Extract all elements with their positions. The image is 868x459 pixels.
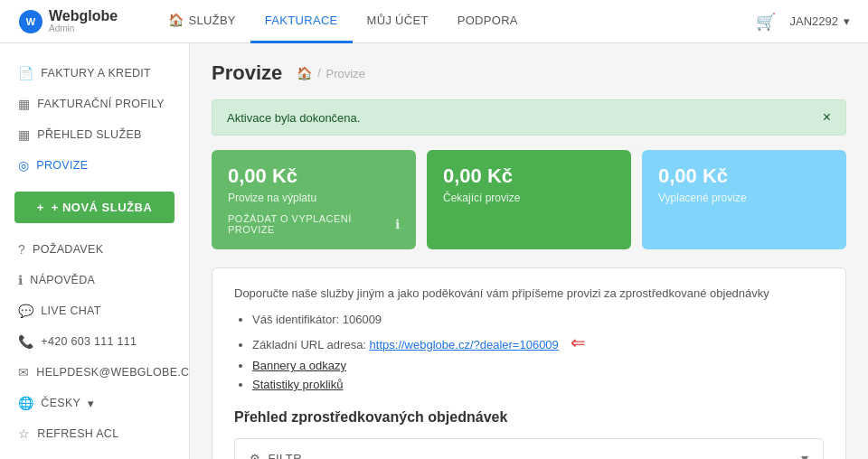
username: JAN2292 [790, 14, 838, 28]
stat-label-vyplatu: Provize na výplatu [228, 192, 400, 204]
globe-icon: 🌐 [18, 396, 33, 410]
stat-label-vyplacene: Vyplacené provize [658, 192, 830, 204]
breadcrumb-current: Provize [326, 67, 365, 80]
nav-fakturace[interactable]: FAKTURACE [250, 0, 353, 43]
breadcrumb: Provize 🏠 / Provize [212, 61, 846, 85]
dealer-url-link[interactable]: https://webglobe.cz/?dealer=106009 [370, 338, 559, 351]
breadcrumb-separator: / [317, 67, 320, 80]
stat-amount-cekajici: 0,00 Kč [443, 164, 615, 188]
star-icon: ☆ [18, 426, 30, 441]
request-payout-link[interactable]: POŽÁDAT O VYPLACENÍ PROVIZE [228, 213, 395, 235]
faktury-icon: 📄 [18, 66, 33, 80]
stat-footer-vyplatu: POŽÁDAT O VYPLACENÍ PROVIZE ℹ [228, 213, 400, 235]
sidebar-item-prehled-sluzeb[interactable]: ▦ PŘEHLED SLUŽEB [0, 119, 189, 150]
sidebar-item-provize[interactable]: ◎ PROVIZE [0, 150, 189, 181]
filter-chevron-icon: ▾ [801, 450, 808, 459]
svg-text:W: W [26, 16, 36, 27]
stat-amount-vyplatu: 0,00 Kč [228, 164, 400, 188]
home-icon: 🏠 [168, 13, 184, 27]
header-right: 🛒 JAN2292 ▾ [756, 12, 850, 32]
stat-vyplacene-provize: 0,00 Kč Vyplacené provize [642, 150, 846, 249]
list-item-statistiky: Statistiky prokliků [252, 378, 824, 391]
user-menu[interactable]: JAN2292 ▾ [790, 14, 850, 28]
breadcrumb-home-icon: 🏠 [297, 66, 312, 80]
statistiky-link[interactable]: Statistiky prokliků [252, 378, 343, 391]
filter-label: ⚙ FILTR [250, 452, 302, 459]
list-item-url: Základní URL adresa: https://webglobe.cz… [252, 332, 824, 353]
chevron-down-icon: ▾ [844, 14, 850, 28]
sidebar-item-pozadavek[interactable]: ? POŽADAVEK [0, 234, 189, 265]
nav-sluzby[interactable]: 🏠 SLUŽBY [154, 0, 250, 43]
main-content: Provize 🏠 / Provize Aktivace byla dokonč… [190, 43, 868, 459]
main-nav: 🏠 SLUŽBY FAKTURACE MŮJ ÚČET PODPORA [154, 0, 755, 43]
list-item-bannery: Bannery a odkazy [252, 359, 824, 372]
identifier-label: Váš identifikátor: 106009 [252, 313, 382, 326]
sidebar-item-refresh-acl[interactable]: ☆ REFRESH ACL [0, 418, 189, 449]
alert-success: Aktivace byla dokončena. × [212, 99, 846, 136]
filter-bar[interactable]: ⚙ FILTR ▾ [234, 438, 824, 459]
logo-text: Webglobe [49, 8, 118, 23]
question-icon: ? [18, 242, 25, 257]
profily-icon: ▦ [18, 97, 30, 111]
sidebar-item-napoveda[interactable]: ℹ NÁPOVĚDA [0, 265, 189, 295]
plus-icon: + [37, 201, 44, 214]
header: W Webglobe Admin 🏠 SLUŽBY FAKTURACE MŮJ … [0, 0, 868, 43]
info-circle-icon: ℹ [395, 217, 400, 231]
filter-icon: ⚙ [250, 452, 261, 459]
email-icon: ✉ [18, 365, 29, 379]
logo[interactable]: W Webglobe Admin [18, 9, 118, 34]
stats-row: 0,00 Kč Provize na výplatu POŽÁDAT O VYP… [212, 150, 846, 249]
stat-label-cekajici: Čekající provize [443, 192, 615, 204]
url-prefix: Základní URL adresa: [252, 338, 370, 351]
nav-muj-ucet[interactable]: MŮJ ÚČET [353, 0, 443, 43]
sidebar: 📄 FAKTURY A KREDIT ▦ FAKTURAČNÍ PROFILY … [0, 43, 190, 459]
sidebar-item-fakturacni-profily[interactable]: ▦ FAKTURAČNÍ PROFILY [0, 89, 189, 119]
sidebar-item-faktury[interactable]: 📄 FAKTURY A KREDIT [0, 58, 189, 89]
phone-icon: 📞 [18, 334, 33, 349]
logo-sub: Admin [49, 23, 118, 33]
alert-message: Aktivace byla dokončena. [227, 111, 360, 125]
sidebar-item-language[interactable]: 🌐 ČESKY ▾ [0, 388, 189, 418]
info-icon: ℹ [18, 273, 23, 287]
stat-provize-na-vyplatu: 0,00 Kč Provize na výplatu POŽÁDAT O VYP… [212, 150, 416, 249]
stat-amount-vyplacene: 0,00 Kč [658, 164, 830, 188]
alert-close-button[interactable]: × [823, 109, 831, 126]
info-list: Váš identifikátor: 106009 Základní URL a… [234, 313, 824, 391]
layout: 📄 FAKTURY A KREDIT ▦ FAKTURAČNÍ PROFILY … [0, 43, 868, 459]
provize-icon: ◎ [18, 158, 29, 173]
page-title: Provize [212, 61, 282, 85]
stat-cekajici-provize: 0,00 Kč Čekající provize [427, 150, 631, 249]
new-service-button[interactable]: + + NOVÁ SLUŽBA [14, 192, 175, 223]
lang-chevron-icon: ▾ [88, 397, 94, 410]
info-text: Doporučte naše služby jiným a jako poděk… [234, 286, 824, 300]
bannery-link[interactable]: Bannery a odkazy [252, 359, 346, 372]
content-box: Doporučte naše služby jiným a jako poděk… [212, 267, 846, 459]
sidebar-item-email[interactable]: ✉ HELPDESK@WEBGLOBE.CZ [0, 357, 189, 388]
orders-section-title: Přehled zprostředkovaných objednávek [234, 409, 824, 426]
cart-icon[interactable]: 🛒 [756, 12, 776, 32]
sluzby-icon: ▦ [18, 127, 30, 142]
sidebar-item-phone[interactable]: 📞 +420 603 111 111 [0, 326, 189, 357]
chat-icon: 💬 [18, 304, 33, 318]
list-item-identifier: Váš identifikátor: 106009 [252, 313, 824, 326]
sidebar-item-live-chat[interactable]: 💬 LIVE CHAT [0, 295, 189, 326]
nav-podpora[interactable]: PODPORA [443, 0, 533, 43]
red-arrow: ⇐ [571, 333, 586, 352]
